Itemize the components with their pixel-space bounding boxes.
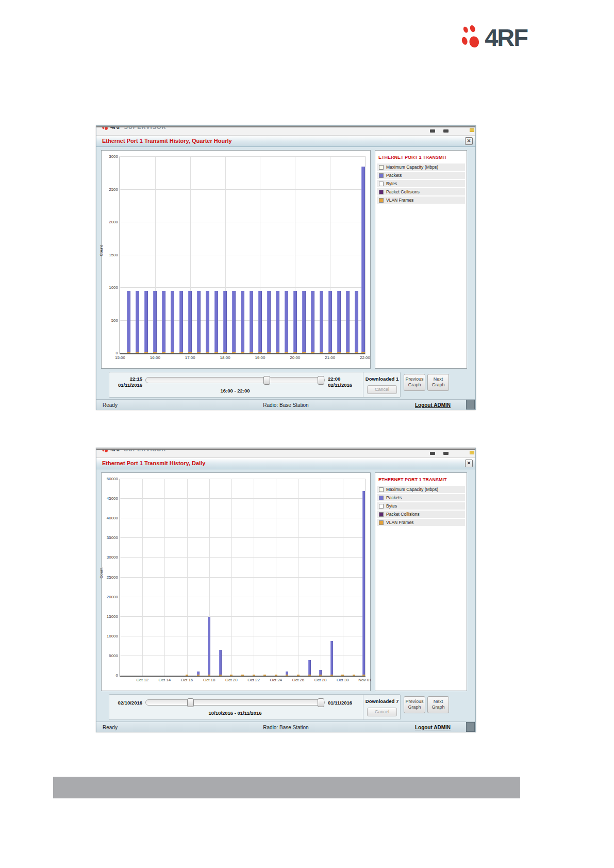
bar — [214, 291, 218, 353]
vlan-frames-mark — [162, 352, 165, 353]
app-header-logo: 4RF SUPERVISOR — [102, 450, 167, 453]
legend-item: VLAN Frames — [377, 196, 465, 204]
dialog-daily: 4RF SUPERVISOR Ethernet Port 1 Transmit … — [96, 448, 476, 732]
selected-range-label: 10/10/2016 - 01/11/2016 — [145, 710, 325, 716]
previous-graph-button[interactable]: Previous Graph — [404, 696, 425, 713]
gridline — [276, 479, 276, 676]
app-toolbar-icon — [443, 452, 449, 455]
vlan-frames-mark — [186, 675, 188, 676]
legend-title: ETHERNET PORT 1 TRANSMIT — [378, 155, 463, 160]
bar — [206, 291, 209, 353]
footer-bar — [53, 777, 520, 798]
vlan-frames-mark — [197, 352, 201, 353]
4rf-logo-icon — [102, 127, 109, 130]
x-tick-label: 19:00 — [250, 355, 270, 360]
legend-swatch-icon — [379, 173, 384, 178]
gridline — [254, 479, 254, 676]
dialog-titlebar: Ethernet Port 1 Transmit History, Quarte… — [96, 136, 475, 147]
gridline — [120, 656, 365, 656]
gridline — [120, 597, 365, 597]
gridline — [298, 479, 298, 676]
gridline — [120, 222, 365, 222]
vlan-frames-mark — [144, 352, 148, 353]
gridline — [120, 537, 365, 538]
cancel-button[interactable]: Cancel — [367, 708, 397, 716]
time-range-slider[interactable] — [145, 377, 325, 383]
range-start-label: 22:15 01/11/2016 — [111, 376, 142, 388]
previous-graph-button[interactable]: Previous Graph — [404, 374, 425, 391]
vlan-frames-mark — [293, 352, 297, 353]
y-tick-label: 2500 — [102, 187, 118, 192]
gridline — [120, 189, 365, 190]
legend-item: Packets — [377, 494, 465, 501]
app-name: SUPERVISOR — [124, 127, 167, 130]
vlan-frames-mark — [263, 675, 266, 676]
vlan-frames-mark — [171, 352, 174, 353]
vlan-frames-mark — [241, 352, 244, 353]
vlan-frames-mark — [179, 352, 183, 353]
vlan-frames-mark — [258, 352, 262, 353]
close-icon[interactable]: ✕ — [465, 137, 473, 145]
dialog-titlebar: Ethernet Port 1 Transmit History, Daily … — [96, 458, 475, 469]
bar — [361, 167, 365, 353]
legend-label: Bytes — [386, 181, 397, 186]
resize-grip[interactable] — [466, 400, 475, 410]
legend-label: Packet Collisions — [386, 512, 420, 517]
selected-range-label: 16:00 - 22:00 — [145, 388, 325, 394]
legend-title: ETHERNET PORT 1 TRANSMIT — [378, 477, 463, 482]
y-tick-label: 3000 — [102, 154, 118, 159]
bar — [250, 291, 253, 353]
slider-thumb-right[interactable] — [318, 376, 324, 385]
legend-swatch-icon — [379, 190, 384, 194]
bar — [219, 650, 222, 676]
vlan-frames-mark — [297, 675, 300, 676]
next-graph-button[interactable]: Next Graph — [427, 374, 449, 391]
vlan-frames-mark — [214, 352, 218, 353]
slider-thumb-left[interactable] — [263, 376, 270, 385]
x-tick-label: Oct 18 — [199, 678, 220, 682]
vlan-frames-mark — [275, 675, 277, 676]
logout-link[interactable]: Logout ADMIN — [415, 402, 451, 408]
vlan-frames-mark — [267, 352, 271, 353]
status-bar: Ready Radio: Base Station Logout ADMIN — [96, 399, 475, 410]
bar — [308, 660, 311, 676]
vlan-frames-mark — [353, 675, 355, 676]
app-header-strip: 4RF SUPERVISOR — [96, 450, 475, 458]
vlan-frames-mark — [197, 675, 200, 676]
divider — [363, 372, 363, 397]
bar — [171, 291, 174, 353]
x-tick-label: Oct 30 — [333, 678, 353, 682]
vlan-frames-mark — [330, 675, 333, 676]
app-header-strip: 4RF SUPERVISOR — [96, 127, 475, 136]
slider-thumb-left[interactable] — [187, 698, 194, 707]
dialog-title: Ethernet Port 1 Transmit History, Quarte… — [102, 138, 232, 144]
legend-item: Packet Collisions — [377, 188, 465, 195]
x-tick-label: Oct 26 — [288, 678, 308, 682]
vlan-frames-mark — [206, 352, 209, 353]
vlan-frames-mark — [319, 675, 322, 676]
x-tick-label: Oct 22 — [243, 678, 264, 682]
logout-link[interactable]: Logout ADMIN — [415, 725, 451, 730]
app-toolbar-icon — [430, 452, 435, 455]
legend-label: VLAN Frames — [386, 520, 413, 525]
slider-thumb-right[interactable] — [318, 698, 324, 707]
resize-grip[interactable] — [466, 722, 475, 732]
y-tick-label: 2000 — [102, 220, 118, 224]
4rf-logo-icon — [102, 450, 109, 453]
y-tick-label: 20000 — [102, 595, 118, 599]
next-graph-button[interactable]: Next Graph — [427, 696, 449, 713]
y-tick-label: 0 — [102, 351, 118, 355]
vlan-frames-mark — [341, 675, 344, 676]
x-tick-label: Nov 01 — [355, 678, 375, 682]
cancel-button[interactable]: Cancel — [367, 385, 397, 394]
legend-label: VLAN Frames — [386, 198, 413, 203]
bar — [302, 291, 306, 353]
vlan-frames-mark — [328, 352, 332, 353]
close-icon[interactable]: ✕ — [465, 460, 473, 467]
y-tick-label: 45000 — [102, 496, 118, 501]
time-range-slider[interactable] — [145, 699, 325, 706]
gridline — [120, 557, 365, 558]
legend-item: Bytes — [377, 502, 465, 510]
legend-swatch-icon — [379, 520, 384, 525]
legend-item: Maximum Capacity (Mbps) — [377, 163, 465, 171]
